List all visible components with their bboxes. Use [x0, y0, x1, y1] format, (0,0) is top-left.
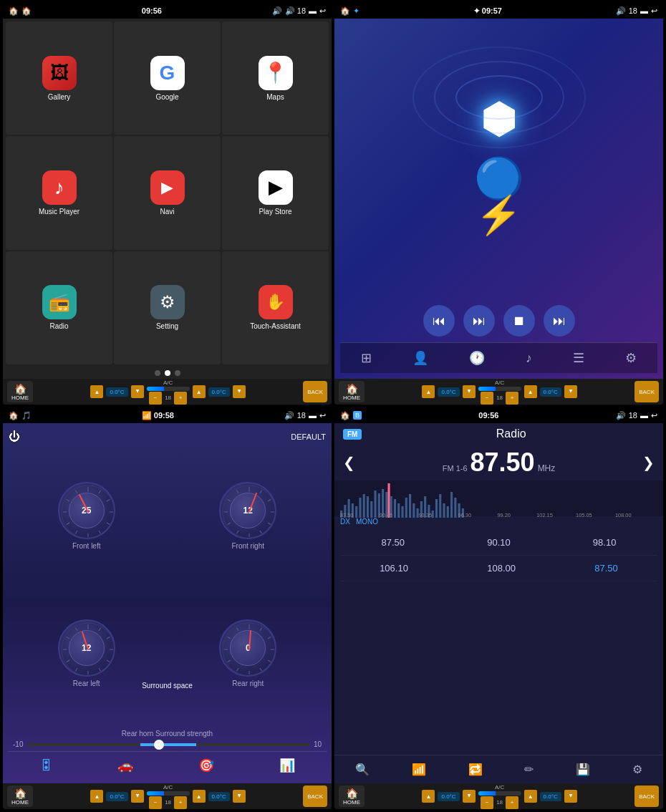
ac-section-1: ▲ 0.0°C ▲ A/C − 18 + ▲ 0.0°C ▲	[90, 380, 245, 405]
freq-prev-button[interactable]: ❮	[343, 454, 355, 471]
temp-down-right-1[interactable]: ▲	[233, 385, 246, 398]
svg-line-51	[268, 660, 271, 662]
temp-down-left-2[interactable]: ▲	[463, 385, 476, 398]
bottom-bar-3: 🏠 HOME ▲ 0.0°C ▲ A/C − 18 + ▲ 0.0°C	[3, 783, 332, 809]
radio-nav-search[interactable]: 🔍	[349, 760, 375, 779]
home-button-4[interactable]: 🏠 HOME	[339, 786, 365, 807]
home-button-3[interactable]: 🏠 HOME	[7, 786, 33, 807]
eq-tab-target[interactable]: 🎯	[196, 755, 217, 776]
ac-plus-4[interactable]: +	[506, 796, 518, 809]
preset-106-10[interactable]: 106.10	[374, 560, 414, 576]
app-setting[interactable]: ⚙ Setting	[114, 251, 221, 364]
temp-up-right-4[interactable]: ▲	[524, 790, 537, 803]
preset-90-10[interactable]: 90.10	[481, 534, 516, 551]
eq-slider-thumb[interactable]	[154, 740, 164, 750]
app-music[interactable]: ♪ Music Player	[6, 136, 112, 249]
knob-front-right[interactable]: 12	[219, 482, 276, 539]
knob-rear-right[interactable]: 0	[219, 619, 276, 677]
app-playstore[interactable]: ▶ Play Store	[222, 136, 329, 249]
bt-playpause-button[interactable]: ⏭	[463, 305, 495, 337]
temp-down-left-3[interactable]: ▲	[131, 790, 144, 803]
bt-nav-music[interactable]: ♪	[520, 347, 538, 369]
bt-nav-settings[interactable]: ⚙	[619, 347, 642, 369]
bt-stop-button[interactable]: ⏹	[503, 305, 535, 337]
radio-nav-edit[interactable]: ✏	[518, 760, 539, 779]
knob-ticks-fr	[221, 483, 278, 541]
knob-rear-left[interactable]: 12	[58, 619, 115, 677]
home-button-1[interactable]: 🏠 HOME	[7, 381, 33, 402]
back-button-4[interactable]: BACK	[634, 786, 659, 807]
eq-slider[interactable]	[27, 743, 309, 746]
back-button-2[interactable]: BACK	[634, 381, 659, 402]
app-maps[interactable]: 📍 Maps	[222, 21, 329, 135]
bt-nav-list[interactable]: ☰	[567, 347, 590, 369]
temp-up-right-3[interactable]: ▲	[193, 790, 206, 803]
radio-nav-repeat[interactable]: 🔁	[463, 760, 488, 779]
eq-tab-car[interactable]: 🚗	[115, 755, 136, 776]
screen-eq: 🏠 🎵 📶 09:58 🔊 18 ▬ ↩ ⏻ DEFAULT	[3, 407, 332, 809]
radio-nav-signal[interactable]: 📶	[406, 760, 432, 779]
ac-minus-3[interactable]: −	[149, 796, 162, 809]
temp-left-4: 0.0°C	[438, 792, 459, 801]
temp-up-left-3[interactable]: ▲	[90, 790, 103, 803]
app-radio[interactable]: 📻 Radio	[6, 251, 112, 364]
ac-plus-2[interactable]: +	[506, 392, 518, 405]
app-navi[interactable]: ▶ Navi	[114, 136, 221, 249]
temp-up-left-1[interactable]: ▲	[90, 385, 103, 398]
ac-plus-3[interactable]: +	[174, 796, 187, 809]
ac-minus-4[interactable]: −	[481, 796, 493, 809]
freq-integer: 87	[470, 448, 499, 477]
bt-nav-clock[interactable]: 🕐	[463, 347, 491, 369]
ac-label-3: A/C	[163, 784, 173, 791]
temp-right-val-3: 0.0°C	[212, 793, 226, 800]
knob-front-left[interactable]: 25	[58, 482, 115, 539]
ac-minus-1[interactable]: −	[149, 392, 162, 405]
temp-down-right-4[interactable]: ▲	[564, 790, 577, 803]
temp-up-left-4[interactable]: ▲	[422, 790, 435, 803]
status-bar-3: 🏠 🎵 📶 09:58 🔊 18 ▬ ↩	[3, 407, 332, 423]
preset-87-50-active[interactable]: 87.50	[589, 560, 624, 576]
temp-up-right-2[interactable]: ▲	[524, 385, 537, 398]
svg-line-15	[66, 500, 69, 502]
home-button-2[interactable]: 🏠 HOME	[339, 381, 365, 402]
bt-bottom-nav: ⊞ 👤 🕐 ♪ ☰ ⚙	[340, 342, 657, 373]
bt-next-button[interactable]: ⏭	[544, 305, 575, 337]
bottom-bar-1: 🏠 HOME ▲ 0.0°C ▲ A/C − 18 + ▲ 0.0°C	[3, 379, 332, 405]
bt-icon-area: ⬢ 🔵 ⚡	[470, 30, 528, 299]
spectrum-svg: 87.50 90.45 93.35 96.30 99.20 102.15 105…	[340, 483, 657, 518]
ac-minus-2[interactable]: −	[481, 392, 493, 405]
temp-up-right-1[interactable]: ▲	[193, 385, 206, 398]
temp-down-left-4[interactable]: ▲	[463, 790, 476, 803]
freq-next-button[interactable]: ❯	[642, 454, 655, 471]
bluetooth-symbol: ⬢	[481, 93, 518, 143]
preset-108-00[interactable]: 108.00	[481, 560, 521, 576]
ac-plus-1[interactable]: +	[174, 392, 187, 405]
temp-down-right-3[interactable]: ▲	[233, 790, 246, 803]
status-left-3: 🏠 🎵	[9, 411, 32, 420]
temp-up-left-2[interactable]: ▲	[422, 385, 435, 398]
bt-nav-contact[interactable]: 👤	[407, 347, 434, 369]
temp-down-left-1[interactable]: ▲	[131, 385, 144, 398]
eq-power-button[interactable]: ⏻	[9, 430, 20, 443]
svg-line-31	[249, 493, 256, 512]
bt-nav-grid[interactable]: ⊞	[355, 347, 377, 369]
back-button-3[interactable]: BACK	[303, 786, 327, 807]
app-google[interactable]: G Google	[114, 21, 221, 135]
app-gallery[interactable]: 🖼 Gallery	[6, 21, 112, 135]
slider-min: -10	[13, 740, 23, 748]
touch-label: Touch-Assistant	[250, 322, 301, 330]
svg-line-12	[75, 531, 77, 533]
knob-label-fl: Front left	[72, 542, 100, 550]
radio-nav-settings[interactable]: ⚙	[627, 760, 648, 779]
bt-prev-button[interactable]: ⏮	[423, 305, 455, 337]
preset-98-10[interactable]: 98.10	[587, 534, 622, 551]
app-touch-assistant[interactable]: ✋ Touch-Assistant	[222, 251, 329, 364]
radio-nav-save[interactable]: 💾	[570, 760, 596, 779]
preset-87-50[interactable]: 87.50	[376, 534, 411, 551]
back-button-1[interactable]: BACK	[303, 381, 327, 402]
eq-tab-mixer[interactable]: 🎛	[37, 755, 55, 776]
eq-tab-bars[interactable]: 📊	[276, 755, 298, 776]
preset-row-1: 87.50 90.10 98.10	[340, 530, 657, 556]
temp-down-right-2[interactable]: ▲	[564, 385, 577, 398]
svg-line-57	[228, 637, 231, 639]
